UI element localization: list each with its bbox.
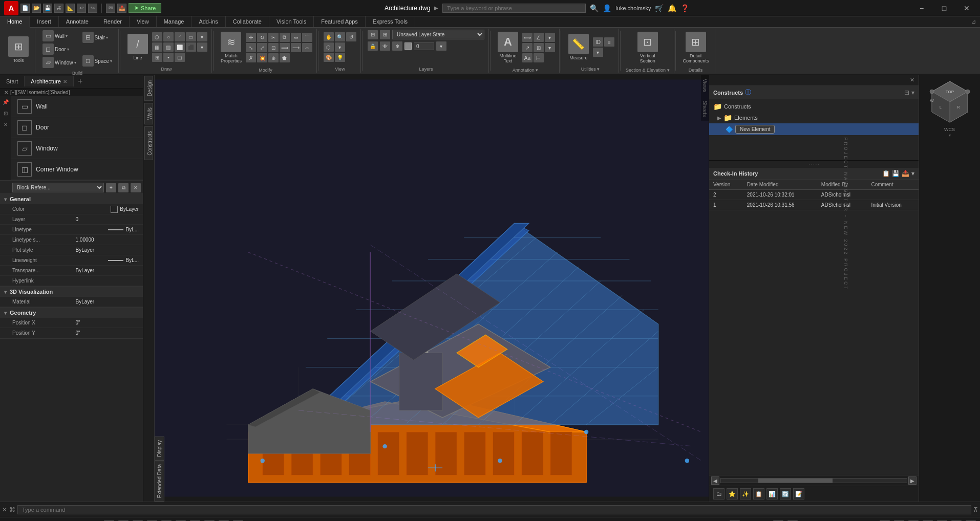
general-section-header[interactable]: ▾ General	[0, 194, 143, 204]
tree-item-constructs[interactable]: 📁 Constructs	[709, 101, 919, 112]
constructs-dropdown-icon[interactable]: ▾	[911, 89, 914, 96]
table-ann-btn[interactable]: ⊞	[534, 43, 544, 52]
layer-visibility-btn[interactable]: 👁	[380, 41, 390, 51]
checkin-scrollbar[interactable]: ◀ ▶	[709, 475, 919, 486]
checkin-icon1[interactable]: 📋	[882, 170, 890, 177]
tree-item-elements[interactable]: ▶ 📁 Elements	[709, 112, 919, 123]
user-icon[interactable]: 👤	[603, 4, 611, 12]
zoom-btn[interactable]: 🔍	[335, 32, 345, 41]
undo-icon[interactable]: ↩	[77, 4, 86, 13]
maximize-button[interactable]: □	[935, 1, 953, 15]
props-delete-btn[interactable]: ✕	[131, 183, 141, 192]
hatch-btn[interactable]: ▦	[152, 42, 162, 52]
region-btn[interactable]: ⬛	[186, 42, 196, 52]
tab-architecture[interactable]: Architecture ✕	[25, 76, 74, 86]
cmd-expand-btn[interactable]: ⊼	[973, 506, 978, 513]
door-dropdown-arrow[interactable]: ▾	[67, 47, 69, 52]
stretch-btn[interactable]: ⤡	[246, 43, 256, 52]
layer-number-input[interactable]	[414, 42, 434, 50]
pin-btn[interactable]: 📌	[0, 96, 11, 107]
share-button[interactable]: ➤Share	[129, 3, 161, 13]
publish-icon[interactable]: 📤	[117, 4, 126, 13]
dim-btn[interactable]: ⟺	[522, 33, 532, 42]
new-file-icon[interactable]: 📄	[20, 4, 30, 13]
gradient-btn[interactable]: ▧	[163, 42, 174, 52]
ribbon-collapse-icon[interactable]: ⊿	[967, 16, 980, 27]
props-copy-btn[interactable]: ⧉	[118, 183, 129, 192]
extend-btn[interactable]: ⟶	[291, 43, 301, 52]
cart-icon[interactable]: 🛒	[655, 4, 664, 12]
checkin-row-1[interactable]: 1 2021-10-26 10:31:56 ADS\cholmsl Initia…	[709, 200, 919, 210]
window-button[interactable]: ▱ Window ▾	[40, 56, 78, 69]
trim-btn[interactable]: ✂	[268, 33, 279, 42]
print-icon[interactable]: 🖨	[54, 4, 63, 13]
layer-state-dropdown[interactable]: Unsaved Layer State	[392, 30, 484, 39]
design-tab[interactable]: Design	[144, 76, 153, 101]
open-file-icon[interactable]: 📂	[32, 4, 41, 13]
color-swatch[interactable]	[404, 42, 412, 50]
layer-freeze-btn[interactable]: ❄	[392, 41, 402, 51]
3d-section-header[interactable]: ▾ 3D Visualization	[0, 287, 143, 297]
sheets-tab[interactable]: Sheets	[701, 97, 709, 121]
pan-btn[interactable]: ✋	[324, 32, 334, 41]
wall-dropdown-arrow[interactable]: ▾	[66, 34, 68, 38]
walls-tab[interactable]: Walls	[144, 103, 153, 124]
render-btn[interactable]: 💡	[335, 53, 345, 62]
geometry-section-header[interactable]: ▾ Geometry	[0, 308, 143, 318]
draw-more2-btn[interactable]: ▾	[197, 42, 207, 52]
dim-more-btn[interactable]: ▾	[545, 33, 555, 42]
layer-more-btn[interactable]: ▾	[436, 41, 446, 51]
scroll-right-btn[interactable]: ▶	[908, 476, 917, 485]
palette-item-wall[interactable]: ▭ Wall	[11, 96, 143, 117]
draw-more-btn[interactable]: ▾	[197, 32, 207, 41]
join-btn[interactable]: ⊕	[268, 53, 279, 62]
plot-icon[interactable]: 📐	[66, 4, 75, 13]
layer-properties-btn[interactable]: ⊟	[368, 30, 378, 39]
tab-view[interactable]: View	[130, 16, 157, 27]
checkin-dropdown-icon[interactable]: ▾	[911, 170, 914, 177]
close-icon-vp[interactable]: ✕	[4, 90, 8, 95]
rbb-btn-2[interactable]: ⭐	[727, 488, 738, 500]
multiline-text-button[interactable]: A MultilineText	[496, 30, 520, 66]
help-icon[interactable]: ❓	[680, 4, 689, 12]
scroll-left-btn[interactable]: ◀	[711, 476, 719, 485]
tab-featured-apps[interactable]: Featured Apps	[314, 16, 366, 27]
viewport[interactable]: Views Sheets Display Extended Data	[155, 75, 709, 502]
new-element-label[interactable]: New Element	[735, 125, 775, 134]
pedit-btn[interactable]: ⬟	[280, 53, 290, 62]
view-cube-btn[interactable]: ⬡	[324, 42, 334, 52]
float-btn[interactable]: ⊡	[0, 107, 11, 119]
search-input[interactable]	[442, 4, 586, 13]
rbb-btn-4[interactable]: 📋	[753, 488, 764, 500]
tab-vision-tools[interactable]: Vision Tools	[269, 16, 314, 27]
rbb-btn-5[interactable]: 📊	[766, 488, 778, 500]
display-tab[interactable]: Display	[155, 437, 164, 461]
cmd-close-btn[interactable]: ✕	[2, 506, 7, 513]
ann-more2-btn[interactable]: ▾	[545, 43, 555, 52]
circle-btn[interactable]: ○	[163, 32, 174, 41]
rbb-btn-6[interactable]: 🔄	[780, 488, 791, 500]
tab-start[interactable]: Start	[0, 76, 25, 86]
props-new-btn[interactable]: +	[106, 183, 116, 192]
list-btn[interactable]: ≡	[604, 37, 614, 47]
checkin-row-2[interactable]: 2 2021-10-26 10:32:01 ADS\cholmsl	[709, 190, 919, 200]
move-btn[interactable]: ✛	[246, 33, 256, 42]
space-button[interactable]: □ Space ▾	[80, 55, 114, 67]
door-button[interactable]: ◻ Door ▾	[40, 43, 78, 55]
tab-collaborate[interactable]: Collaborate	[226, 16, 269, 27]
mirror-btn[interactable]: ⇔	[291, 33, 301, 42]
fillet-btn[interactable]: ⌒	[302, 33, 312, 42]
line-button[interactable]: / Line	[125, 32, 150, 62]
scale-btn[interactable]: ⤢	[257, 43, 267, 52]
dimstyle-btn[interactable]: ⊢	[534, 53, 544, 62]
constructs-info-icon[interactable]: ⓘ	[745, 88, 751, 97]
orbit-btn[interactable]: ↺	[346, 32, 356, 41]
rect-btn[interactable]: ▭	[186, 32, 196, 41]
redo-icon[interactable]: ↪	[88, 4, 97, 13]
notification-icon[interactable]: 🔔	[668, 4, 676, 12]
rbb-btn-1[interactable]: 🗂	[713, 488, 725, 500]
tab-close-icon[interactable]: ✕	[63, 79, 67, 84]
views-tab[interactable]: Views	[701, 75, 709, 97]
table-btn[interactable]: ⊞	[152, 53, 162, 62]
close-btn[interactable]: ✕	[0, 119, 11, 130]
